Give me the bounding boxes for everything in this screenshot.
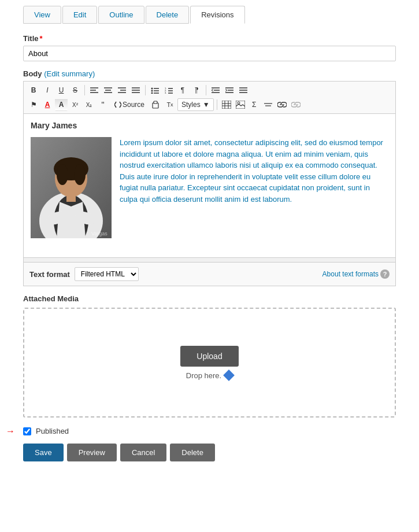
strikethrough-button[interactable]: S bbox=[69, 84, 81, 97]
blockquote-button[interactable] bbox=[237, 84, 250, 97]
svg-point-14 bbox=[151, 90, 153, 92]
background-color-button[interactable]: A bbox=[55, 98, 68, 111]
svg-point-16 bbox=[151, 93, 153, 94]
published-row: → Published bbox=[23, 427, 396, 435]
subscript-button[interactable]: X₂ bbox=[83, 98, 95, 111]
align-center-button[interactable] bbox=[102, 84, 114, 97]
font-color-button[interactable]: A bbox=[41, 98, 54, 111]
cancel-button[interactable]: Cancel bbox=[120, 444, 166, 461]
tab-bar: View Edit Outline Delete Revisions bbox=[23, 6, 396, 24]
quote-button[interactable]: " bbox=[97, 98, 109, 111]
horizontal-line-button[interactable] bbox=[262, 98, 275, 111]
editor-resize-handle[interactable] bbox=[23, 258, 396, 263]
svg-rect-34 bbox=[154, 101, 157, 104]
drop-here-text: Drop here. bbox=[186, 371, 233, 380]
paste-button[interactable] bbox=[150, 98, 162, 111]
title-label: Title* bbox=[23, 34, 396, 43]
published-label[interactable]: Published bbox=[36, 427, 69, 435]
paragraph-rtl-button[interactable]: ¶ bbox=[190, 84, 203, 97]
text-format-label: Text format bbox=[29, 270, 70, 279]
arrow-indicator: → bbox=[6, 426, 15, 437]
about-text-formats-link[interactable]: About text formats ? bbox=[322, 269, 390, 279]
separator-4 bbox=[217, 99, 217, 110]
help-icon[interactable]: ? bbox=[380, 269, 390, 279]
text-format-row: Text format Filtered HTML About text for… bbox=[23, 263, 396, 286]
unlink-button[interactable] bbox=[290, 98, 302, 111]
paragraph-button[interactable]: ¶ bbox=[176, 84, 189, 97]
attached-media-label: Attached Media bbox=[23, 294, 396, 303]
required-indicator: * bbox=[40, 34, 43, 43]
tab-edit[interactable]: Edit bbox=[62, 6, 97, 24]
svg-point-12 bbox=[151, 88, 153, 90]
svg-rect-54 bbox=[66, 194, 76, 202]
italic-button[interactable]: I bbox=[41, 84, 54, 97]
ordered-list-button[interactable]: 1.2.3. bbox=[162, 84, 175, 97]
indent-decrease-button[interactable] bbox=[209, 84, 222, 97]
special-char-button[interactable]: Σ bbox=[248, 98, 261, 111]
delete-button[interactable]: Delete bbox=[170, 444, 215, 461]
toolbar-row-2: ⚑ A A X² X₂ " Source Tx Styles ▼ bbox=[27, 98, 392, 111]
unordered-list-button[interactable] bbox=[149, 84, 161, 97]
editor-toolbar: B I U S bbox=[23, 81, 396, 113]
editor-author-name: Mary James bbox=[31, 121, 388, 130]
underline-button[interactable]: U bbox=[55, 84, 68, 97]
table-button[interactable] bbox=[220, 98, 233, 111]
title-input[interactable] bbox=[23, 46, 396, 61]
edit-summary-link[interactable]: (Edit summary) bbox=[44, 69, 95, 78]
source-button[interactable]: Source bbox=[110, 98, 149, 111]
preview-button[interactable]: Preview bbox=[67, 444, 117, 461]
separator-1 bbox=[84, 85, 85, 95]
styles-dropdown[interactable]: Styles ▼ bbox=[177, 98, 214, 111]
title-field-wrapper: Title* bbox=[23, 34, 396, 69]
editor-lorem-text: Lorem ipsum dolor sit amet, consectetur … bbox=[120, 137, 388, 238]
link-button[interactable] bbox=[276, 98, 288, 111]
align-right-button[interactable] bbox=[116, 84, 128, 97]
dropdown-chevron: ▼ bbox=[203, 101, 210, 109]
tab-outline[interactable]: Outline bbox=[98, 6, 144, 24]
separator-2 bbox=[145, 85, 146, 95]
tab-delete[interactable]: Delete bbox=[146, 6, 190, 24]
image-button[interactable] bbox=[234, 98, 247, 111]
published-checkbox[interactable] bbox=[23, 427, 31, 435]
svg-rect-40 bbox=[236, 101, 245, 109]
superscript-button[interactable]: X² bbox=[69, 98, 81, 111]
editor-body: Vargas Lorem ipsum dolor sit amet, conse… bbox=[31, 137, 388, 238]
media-upload-area[interactable]: Upload Drop here. bbox=[23, 308, 396, 418]
bold-button[interactable]: B bbox=[27, 84, 40, 97]
toolbar-row-1: B I U S bbox=[27, 84, 392, 97]
indent-increase-button[interactable] bbox=[223, 84, 236, 97]
svg-point-52 bbox=[57, 164, 68, 185]
editor-image: Vargas bbox=[31, 137, 112, 238]
separator-3 bbox=[206, 85, 206, 95]
body-label: Body (Edit summary) bbox=[23, 69, 396, 78]
flag-button[interactable]: ⚑ bbox=[27, 98, 40, 111]
save-button[interactable]: Save bbox=[23, 444, 64, 461]
tab-revisions[interactable]: Revisions bbox=[190, 6, 244, 24]
svg-rect-35 bbox=[222, 101, 231, 109]
upload-button[interactable]: Upload bbox=[180, 346, 238, 367]
text-format-left: Text format Filtered HTML bbox=[29, 267, 139, 281]
tab-view[interactable]: View bbox=[23, 6, 61, 24]
align-left-button[interactable] bbox=[88, 84, 101, 97]
editor-content-area[interactable]: Mary James bbox=[23, 113, 396, 258]
format-clear-button[interactable]: Tx bbox=[164, 98, 176, 111]
diamond-icon bbox=[223, 370, 235, 381]
body-field-wrapper: Body (Edit summary) B I U S bbox=[23, 69, 396, 286]
svg-text:3.: 3. bbox=[165, 91, 166, 94]
justify-button[interactable] bbox=[129, 84, 142, 97]
svg-point-53 bbox=[74, 164, 86, 185]
action-buttons: Save Preview Cancel Delete bbox=[23, 444, 396, 461]
text-format-select[interactable]: Filtered HTML bbox=[75, 267, 139, 281]
svg-text:Vargas: Vargas bbox=[91, 231, 107, 237]
